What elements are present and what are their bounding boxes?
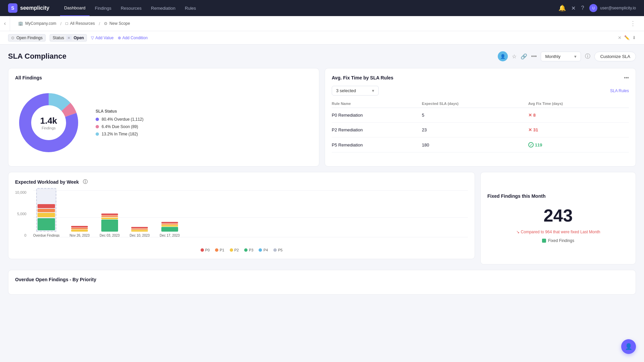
chart-legend: P0 P1 P2 P3 P4 bbox=[15, 248, 468, 252]
cards-row: All Findings 1. bbox=[8, 68, 636, 167]
sla-status-label: SLA Status bbox=[96, 109, 144, 114]
link-icon[interactable]: 🔗 bbox=[521, 53, 527, 60]
add-condition-icon: ⊕ bbox=[118, 36, 121, 40]
breadcrumb-more[interactable]: ⋮ bbox=[630, 20, 636, 27]
grid-line-mid bbox=[33, 217, 468, 218]
chart-y-axis: 10,000 5,000 0 bbox=[15, 190, 26, 244]
bar-dec17-p3 bbox=[161, 227, 178, 232]
grid-line-bottom bbox=[33, 237, 468, 237]
table-row: P2 Remediation 23 ✕31 bbox=[332, 123, 629, 137]
help-circle-icon[interactable]: ⓘ bbox=[585, 53, 590, 60]
page-header: SLA Compliance 👤 ☆ 🔗 ••• Monthly ▾ ⓘ Cus… bbox=[8, 51, 636, 61]
fixed-legend: Fixed Findings bbox=[542, 238, 574, 243]
breadcrumb-sep: / bbox=[60, 21, 62, 26]
legend-p5: P5 bbox=[273, 248, 282, 252]
donut-total: 1.4k bbox=[40, 116, 57, 126]
bar-dec03 bbox=[101, 188, 118, 232]
user-avatar: U bbox=[589, 4, 597, 12]
sidebar-toggle[interactable]: ‹ bbox=[0, 16, 10, 31]
filter-close-icon[interactable]: ✕ bbox=[618, 35, 622, 40]
logo-icon: S bbox=[8, 3, 17, 13]
period-select[interactable]: Monthly ▾ bbox=[541, 52, 581, 61]
customize-sla-button[interactable]: Customize SLA bbox=[594, 52, 636, 61]
bar-overdue-p3 bbox=[38, 218, 55, 230]
bar-nov26-p1 bbox=[71, 228, 88, 229]
workload-card: Expected Workload by Week ⓘ 10,000 5,000… bbox=[8, 172, 475, 259]
star-icon[interactable]: ☆ bbox=[512, 53, 517, 60]
breadcrumb-new-scope[interactable]: ⊙ New Scope bbox=[104, 21, 130, 26]
p4-dot bbox=[259, 248, 262, 252]
filter-save-icon[interactable]: ⬇ bbox=[632, 35, 636, 40]
more-icon[interactable]: ••• bbox=[531, 53, 537, 59]
bar-dec17-p0 bbox=[161, 222, 178, 223]
filter-status[interactable]: Status = Open bbox=[50, 34, 87, 42]
avg-fix-value-2: ✓119 bbox=[528, 142, 629, 147]
sla-rule-select[interactable]: 3 selected ▾ bbox=[332, 86, 379, 96]
user-menu[interactable]: U user@seemplicity.io bbox=[589, 4, 636, 12]
bar-group-dec10: Dec 10, 2023 bbox=[130, 188, 150, 237]
p1-dot bbox=[215, 248, 218, 252]
sla-rules-link[interactable]: SLA Rules bbox=[610, 88, 629, 93]
bar-dec10 bbox=[131, 188, 148, 232]
avg-fix-value-0: ✕8 bbox=[528, 113, 629, 118]
add-condition-btn[interactable]: ⊕ Add Condition bbox=[118, 36, 148, 40]
fixed-findings-card: Fixed Findings this Month 243 ↘ Compared… bbox=[480, 172, 636, 264]
all-findings-title: All Findings bbox=[15, 75, 312, 80]
breadcrumb-all-resources[interactable]: □ All Resources bbox=[65, 21, 95, 26]
chart-bars-area: Overdue Findings Nov 26, 2023 bbox=[33, 190, 468, 244]
logo-text: seemplicity bbox=[20, 5, 49, 11]
sla-header: 3 selected ▾ SLA Rules bbox=[332, 86, 629, 96]
bar-overdue-p1 bbox=[38, 209, 55, 212]
breadcrumb-company[interactable]: 🏢 MyCompany.com bbox=[18, 21, 56, 26]
filter-open-findings: ⊙ Open Findings bbox=[8, 34, 46, 42]
help-icon[interactable]: ? bbox=[581, 5, 584, 11]
nav-dashboard[interactable]: Dashboard bbox=[60, 0, 90, 16]
bar-group-dec17: Dec 17, 2023 bbox=[160, 188, 180, 237]
bar-nov26-p0 bbox=[71, 226, 88, 228]
filter-status-label: Status bbox=[53, 36, 64, 40]
all-findings-card: All Findings 1. bbox=[8, 68, 319, 167]
second-row: Expected Workload by Week ⓘ 10,000 5,000… bbox=[8, 172, 636, 264]
top-navigation: S seemplicity Dashboard Findings Resourc… bbox=[0, 0, 644, 16]
bar-dec17-p1 bbox=[161, 224, 178, 225]
nav-resources[interactable]: Resources bbox=[117, 0, 146, 16]
sla-table-header: Rule Name Expected SLA (days) Avg Fix Ti… bbox=[332, 100, 629, 108]
bar-overdue-dashed bbox=[36, 188, 56, 232]
legend-p3: P3 bbox=[244, 248, 253, 252]
bar-dec10-p2 bbox=[131, 230, 148, 232]
filter-edit-icon[interactable]: ✏️ bbox=[624, 35, 630, 40]
settings-icon[interactable]: ✕ bbox=[571, 5, 576, 11]
building-icon: 🏢 bbox=[18, 21, 23, 26]
bar-dec10-p0 bbox=[131, 227, 148, 228]
breadcrumb-sep2: / bbox=[99, 21, 100, 26]
bar-group-overdue: Overdue Findings bbox=[33, 188, 60, 237]
nav-findings[interactable]: Findings bbox=[91, 0, 115, 16]
nav-remediation[interactable]: Remediation bbox=[147, 0, 179, 16]
donut-subtitle: Findings bbox=[40, 126, 57, 130]
overdue-title: Overdue Open Findings - By Priority bbox=[15, 277, 629, 282]
workload-help-icon[interactable]: ⓘ bbox=[83, 179, 88, 185]
breadcrumb: 🏢 MyCompany.com / □ All Resources / ⊙ Ne… bbox=[10, 16, 644, 31]
p0-dot bbox=[201, 248, 204, 252]
nav-rules[interactable]: Rules bbox=[181, 0, 200, 16]
filter-icon: ⊙ bbox=[11, 36, 14, 40]
avg-fix-card: Avg. Fix Time by SLA Rules ••• 3 selecte… bbox=[325, 68, 636, 167]
user-circle-icon[interactable]: 👤 bbox=[498, 51, 508, 61]
sla-table: Rule Name Expected SLA (days) Avg Fix Ti… bbox=[332, 100, 629, 153]
due-soon-dot bbox=[96, 125, 99, 128]
bar-nov26-p2 bbox=[71, 230, 88, 232]
bar-dec03-p0 bbox=[101, 214, 118, 215]
legend-in-time: 13.2% In Time (182) bbox=[96, 132, 144, 136]
legend-p0: P0 bbox=[201, 248, 210, 252]
resource-icon: □ bbox=[65, 21, 68, 26]
sla-chevron-icon: ▾ bbox=[372, 88, 374, 93]
notification-icon[interactable]: 🔔 bbox=[558, 4, 566, 12]
filter-value: Open bbox=[74, 36, 84, 40]
fixed-findings-value: 243 bbox=[544, 207, 573, 224]
filter-label: Open Findings bbox=[16, 36, 43, 40]
add-value-btn[interactable]: ▽ Add Value bbox=[91, 36, 114, 40]
bar-nov26 bbox=[71, 188, 88, 232]
p2-dot bbox=[230, 248, 233, 252]
col-expected-sla: Expected SLA (days) bbox=[422, 100, 528, 108]
avg-fix-menu[interactable]: ••• bbox=[624, 75, 629, 80]
